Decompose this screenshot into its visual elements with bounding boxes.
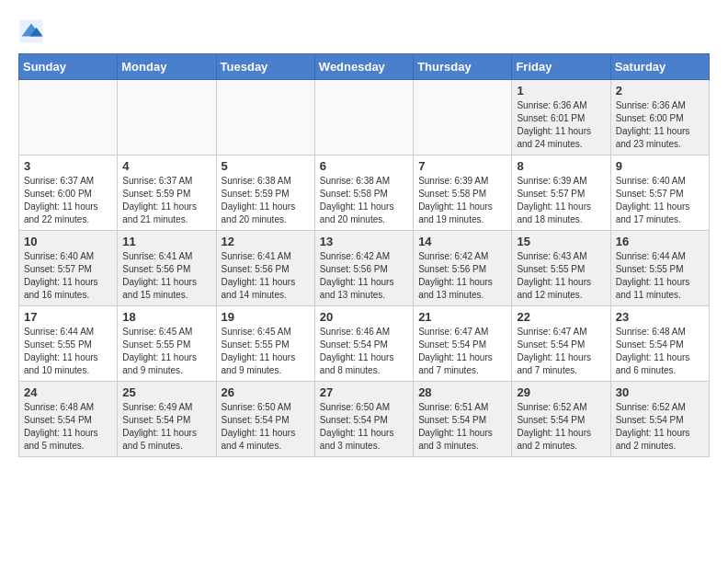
calendar-cell: 28Sunrise: 6:51 AM Sunset: 5:54 PM Dayli… <box>414 382 512 457</box>
calendar-cell: 16Sunrise: 6:44 AM Sunset: 5:55 PM Dayli… <box>610 231 709 306</box>
calendar-cell: 7Sunrise: 6:39 AM Sunset: 5:58 PM Daylig… <box>414 155 512 231</box>
day-number: 3 <box>24 159 112 173</box>
calendar-cell: 20Sunrise: 6:46 AM Sunset: 5:54 PM Dayli… <box>314 306 413 382</box>
day-info: Sunrise: 6:37 AM Sunset: 5:59 PM Dayligh… <box>122 175 210 226</box>
day-info: Sunrise: 6:51 AM Sunset: 5:54 PM Dayligh… <box>418 401 506 453</box>
day-info: Sunrise: 6:42 AM Sunset: 5:56 PM Dayligh… <box>418 250 506 302</box>
day-number: 1 <box>517 84 605 98</box>
day-info: Sunrise: 6:40 AM Sunset: 5:57 PM Dayligh… <box>616 175 704 226</box>
day-number: 17 <box>24 310 112 324</box>
day-number: 19 <box>222 310 310 324</box>
day-info: Sunrise: 6:45 AM Sunset: 5:55 PM Dayligh… <box>122 326 210 377</box>
calendar-day-header: Friday <box>512 54 610 80</box>
day-info: Sunrise: 6:38 AM Sunset: 5:58 PM Dayligh… <box>320 175 408 226</box>
day-info: Sunrise: 6:41 AM Sunset: 5:56 PM Dayligh… <box>122 250 210 302</box>
calendar-cell: 4Sunrise: 6:37 AM Sunset: 5:59 PM Daylig… <box>118 155 216 231</box>
calendar-header-row: SundayMondayTuesdayWednesdayThursdayFrid… <box>19 54 710 80</box>
day-info: Sunrise: 6:50 AM Sunset: 5:54 PM Dayligh… <box>320 401 408 453</box>
calendar-week-row: 3Sunrise: 6:37 AM Sunset: 6:00 PM Daylig… <box>19 155 710 231</box>
day-number: 5 <box>222 159 310 173</box>
day-info: Sunrise: 6:46 AM Sunset: 5:54 PM Dayligh… <box>320 326 408 377</box>
day-number: 25 <box>122 385 210 399</box>
calendar-cell: 25Sunrise: 6:49 AM Sunset: 5:54 PM Dayli… <box>118 382 216 457</box>
calendar-week-row: 10Sunrise: 6:40 AM Sunset: 5:57 PM Dayli… <box>19 231 710 306</box>
calendar-cell: 10Sunrise: 6:40 AM Sunset: 5:57 PM Dayli… <box>19 231 118 306</box>
calendar-cell: 9Sunrise: 6:40 AM Sunset: 5:57 PM Daylig… <box>610 155 709 231</box>
day-number: 6 <box>320 159 408 173</box>
day-info: Sunrise: 6:43 AM Sunset: 5:55 PM Dayligh… <box>517 250 605 302</box>
day-info: Sunrise: 6:38 AM Sunset: 5:59 PM Dayligh… <box>222 175 310 226</box>
day-info: Sunrise: 6:48 AM Sunset: 5:54 PM Dayligh… <box>24 401 112 453</box>
day-number: 27 <box>320 385 408 399</box>
day-info: Sunrise: 6:50 AM Sunset: 5:54 PM Dayligh… <box>222 401 310 453</box>
calendar-cell <box>414 80 512 155</box>
calendar-cell: 23Sunrise: 6:48 AM Sunset: 5:54 PM Dayli… <box>610 306 709 382</box>
calendar-cell: 3Sunrise: 6:37 AM Sunset: 6:00 PM Daylig… <box>19 155 118 231</box>
day-info: Sunrise: 6:39 AM Sunset: 5:58 PM Dayligh… <box>418 175 506 226</box>
day-number: 22 <box>517 310 605 324</box>
calendar-cell: 24Sunrise: 6:48 AM Sunset: 5:54 PM Dayli… <box>19 382 118 457</box>
calendar-day-header: Wednesday <box>314 54 413 80</box>
day-number: 2 <box>616 84 704 98</box>
calendar-cell: 12Sunrise: 6:41 AM Sunset: 5:56 PM Dayli… <box>216 231 314 306</box>
calendar-cell <box>118 80 216 155</box>
day-info: Sunrise: 6:48 AM Sunset: 5:54 PM Dayligh… <box>616 326 704 377</box>
calendar-cell: 30Sunrise: 6:52 AM Sunset: 5:54 PM Dayli… <box>610 382 709 457</box>
day-info: Sunrise: 6:45 AM Sunset: 5:55 PM Dayligh… <box>222 326 310 377</box>
calendar-cell: 2Sunrise: 6:36 AM Sunset: 6:00 PM Daylig… <box>610 80 709 155</box>
day-number: 16 <box>616 235 704 248</box>
calendar-cell: 5Sunrise: 6:38 AM Sunset: 5:59 PM Daylig… <box>216 155 314 231</box>
calendar-table: SundayMondayTuesdayWednesdayThursdayFrid… <box>18 53 710 457</box>
day-number: 14 <box>418 235 506 248</box>
day-number: 23 <box>616 310 704 324</box>
calendar-day-header: Sunday <box>19 54 118 80</box>
calendar-cell <box>216 80 314 155</box>
calendar-day-header: Saturday <box>610 54 709 80</box>
calendar-cell: 21Sunrise: 6:47 AM Sunset: 5:54 PM Dayli… <box>414 306 512 382</box>
calendar-cell: 13Sunrise: 6:42 AM Sunset: 5:56 PM Dayli… <box>314 231 413 306</box>
day-info: Sunrise: 6:47 AM Sunset: 5:54 PM Dayligh… <box>517 326 605 377</box>
page-header <box>18 18 710 44</box>
day-info: Sunrise: 6:41 AM Sunset: 5:56 PM Dayligh… <box>222 250 310 302</box>
day-number: 28 <box>418 385 506 399</box>
calendar-cell: 19Sunrise: 6:45 AM Sunset: 5:55 PM Dayli… <box>216 306 314 382</box>
day-number: 9 <box>616 159 704 173</box>
calendar-day-header: Tuesday <box>216 54 314 80</box>
logo <box>18 18 48 44</box>
calendar-cell <box>19 80 118 155</box>
day-number: 11 <box>122 235 210 248</box>
day-info: Sunrise: 6:49 AM Sunset: 5:54 PM Dayligh… <box>122 401 210 453</box>
day-number: 18 <box>122 310 210 324</box>
day-info: Sunrise: 6:44 AM Sunset: 5:55 PM Dayligh… <box>616 250 704 302</box>
day-info: Sunrise: 6:52 AM Sunset: 5:54 PM Dayligh… <box>616 401 704 453</box>
day-number: 13 <box>320 235 408 248</box>
calendar-day-header: Thursday <box>414 54 512 80</box>
calendar-week-row: 1Sunrise: 6:36 AM Sunset: 6:01 PM Daylig… <box>19 80 710 155</box>
calendar-cell: 1Sunrise: 6:36 AM Sunset: 6:01 PM Daylig… <box>512 80 610 155</box>
logo-icon <box>18 18 44 44</box>
calendar-cell: 17Sunrise: 6:44 AM Sunset: 5:55 PM Dayli… <box>19 306 118 382</box>
day-number: 10 <box>24 235 112 248</box>
calendar-cell: 14Sunrise: 6:42 AM Sunset: 5:56 PM Dayli… <box>414 231 512 306</box>
day-number: 29 <box>517 385 605 399</box>
calendar-cell: 18Sunrise: 6:45 AM Sunset: 5:55 PM Dayli… <box>118 306 216 382</box>
calendar-week-row: 17Sunrise: 6:44 AM Sunset: 5:55 PM Dayli… <box>19 306 710 382</box>
day-info: Sunrise: 6:37 AM Sunset: 6:00 PM Dayligh… <box>24 175 112 226</box>
day-number: 8 <box>517 159 605 173</box>
day-number: 24 <box>24 385 112 399</box>
day-info: Sunrise: 6:47 AM Sunset: 5:54 PM Dayligh… <box>418 326 506 377</box>
calendar-cell: 22Sunrise: 6:47 AM Sunset: 5:54 PM Dayli… <box>512 306 610 382</box>
calendar-cell: 6Sunrise: 6:38 AM Sunset: 5:58 PM Daylig… <box>314 155 413 231</box>
calendar-cell: 27Sunrise: 6:50 AM Sunset: 5:54 PM Dayli… <box>314 382 413 457</box>
day-info: Sunrise: 6:44 AM Sunset: 5:55 PM Dayligh… <box>24 326 112 377</box>
day-info: Sunrise: 6:39 AM Sunset: 5:57 PM Dayligh… <box>517 175 605 226</box>
calendar-cell: 29Sunrise: 6:52 AM Sunset: 5:54 PM Dayli… <box>512 382 610 457</box>
day-number: 15 <box>517 235 605 248</box>
calendar-cell: 11Sunrise: 6:41 AM Sunset: 5:56 PM Dayli… <box>118 231 216 306</box>
day-number: 20 <box>320 310 408 324</box>
day-number: 4 <box>122 159 210 173</box>
calendar-day-header: Monday <box>118 54 216 80</box>
day-number: 12 <box>222 235 310 248</box>
day-number: 26 <box>222 385 310 399</box>
calendar-cell: 26Sunrise: 6:50 AM Sunset: 5:54 PM Dayli… <box>216 382 314 457</box>
